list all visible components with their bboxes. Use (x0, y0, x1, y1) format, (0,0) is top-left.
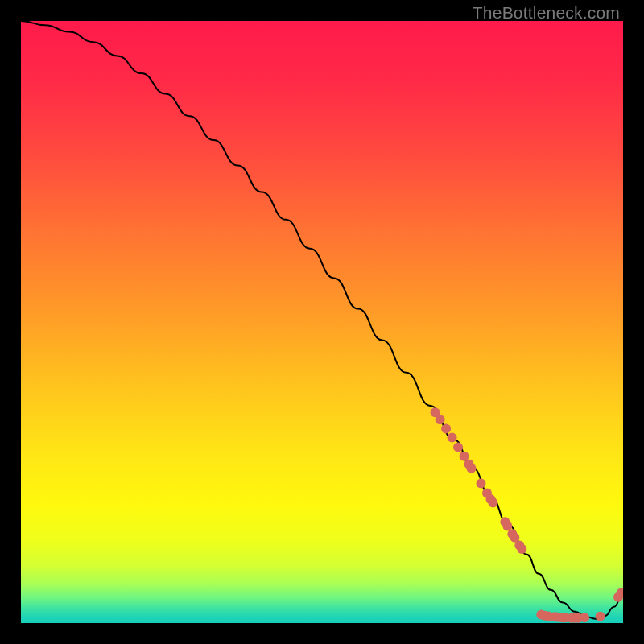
watermark-text: TheBottleneck.com (473, 3, 620, 23)
data-marker (453, 443, 463, 452)
data-marker (448, 433, 457, 443)
data-marker (436, 415, 445, 424)
chart-plot (21, 21, 623, 623)
data-marker (476, 478, 485, 488)
data-marker (580, 613, 589, 622)
data-marker (441, 423, 451, 433)
data-marker (467, 464, 477, 473)
chart-frame (21, 21, 623, 623)
data-marker (517, 544, 526, 554)
data-marker (488, 497, 497, 507)
data-marker (596, 612, 605, 621)
gradient-background (21, 21, 623, 623)
